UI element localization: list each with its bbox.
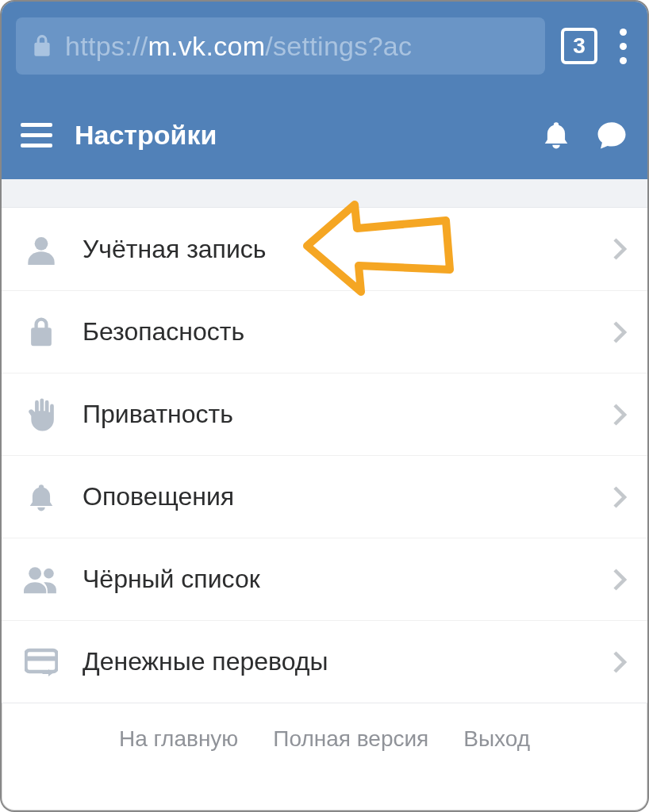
- page-title: Настройки: [75, 120, 517, 151]
- row-payments[interactable]: Денежные переводы: [2, 620, 647, 703]
- row-notifications[interactable]: Оповещения: [2, 455, 647, 538]
- chevron-right-icon: [613, 403, 627, 427]
- menu-icon[interactable]: [21, 123, 52, 147]
- footer-logout-link[interactable]: Выход: [463, 726, 530, 752]
- row-label: Приватность: [83, 400, 589, 429]
- section-gap: [2, 179, 647, 208]
- settings-list: Учётная запись Безопасность Приватность …: [2, 208, 647, 703]
- row-label: Оповещения: [83, 482, 589, 511]
- svg-point-2: [44, 568, 54, 578]
- row-security[interactable]: Безопасность: [2, 290, 647, 373]
- notifications-icon[interactable]: [540, 118, 573, 151]
- footer-full-link[interactable]: Полная версия: [273, 726, 428, 752]
- row-label: Учётная запись: [83, 235, 589, 264]
- card-icon: [24, 645, 59, 680]
- svg-point-1: [29, 567, 41, 580]
- footer: На главную Полная версия Выход: [2, 703, 647, 774]
- url-text: https://m.vk.com/settings?ac: [65, 31, 412, 62]
- chevron-right-icon: [613, 485, 627, 509]
- row-account[interactable]: Учётная запись: [2, 208, 647, 290]
- row-label: Безопасность: [83, 317, 589, 347]
- lock-icon: [32, 34, 52, 58]
- browser-bar: https://m.vk.com/settings?ac 3: [2, 2, 647, 90]
- url-box[interactable]: https://m.vk.com/settings?ac: [16, 17, 545, 75]
- app-header: Настройки: [2, 90, 647, 179]
- svg-rect-4: [26, 656, 57, 661]
- messages-icon[interactable]: [595, 118, 628, 151]
- chevron-right-icon: [613, 568, 627, 592]
- person-icon: [24, 232, 59, 266]
- svg-point-0: [35, 237, 48, 251]
- lock-icon: [24, 315, 59, 350]
- bell-icon: [24, 480, 59, 515]
- browser-menu-button[interactable]: [613, 29, 633, 64]
- tab-count-button[interactable]: 3: [561, 28, 597, 64]
- chevron-right-icon: [613, 237, 627, 261]
- footer-home-link[interactable]: На главную: [119, 726, 238, 752]
- people-icon: [24, 562, 59, 597]
- row-blacklist[interactable]: Чёрный список: [2, 538, 647, 620]
- row-label: Чёрный список: [83, 565, 589, 594]
- hand-icon: [24, 397, 59, 432]
- chevron-right-icon: [613, 650, 627, 674]
- row-privacy[interactable]: Приватность: [2, 373, 647, 455]
- row-label: Денежные переводы: [83, 647, 589, 676]
- chevron-right-icon: [613, 320, 627, 344]
- app-frame: https://m.vk.com/settings?ac 3 Настройки…: [0, 0, 649, 812]
